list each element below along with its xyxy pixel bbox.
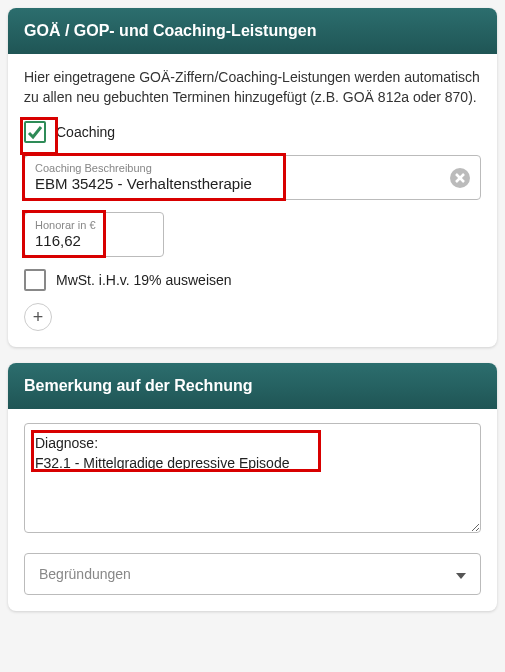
remark-card-title: Bemerkung auf der Rechnung [24,377,252,394]
coaching-description-label: Coaching Beschreibung [35,162,470,174]
remark-card: Bemerkung auf der Rechnung Begründungen [8,363,497,611]
svg-marker-2 [456,573,466,579]
mwst-checkbox-row: MwSt. i.H.v. 19% ausweisen [24,269,481,291]
goa-description: Hier eingetragene GOÄ-Ziffern/Coaching-L… [24,68,481,107]
coaching-checkbox[interactable] [24,121,46,143]
honorar-field[interactable]: Honorar in € [24,212,164,257]
chevron-down-icon [456,566,466,582]
remark-textarea[interactable] [24,423,481,533]
remark-card-header: Bemerkung auf der Rechnung [8,363,497,409]
reasons-select[interactable]: Begründungen [24,553,481,595]
clear-icon[interactable] [450,168,470,188]
coaching-checkbox-label: Coaching [56,124,115,140]
goa-card: GOÄ / GOP- und Coaching-Leistungen Hier … [8,8,497,347]
mwst-checkbox-label: MwSt. i.H.v. 19% ausweisen [56,272,232,288]
mwst-checkbox[interactable] [24,269,46,291]
remark-card-body: Begründungen [8,409,497,611]
coaching-description-input[interactable] [35,175,470,192]
coaching-description-field[interactable]: Coaching Beschreibung [24,155,481,200]
check-icon [27,124,43,140]
add-button[interactable]: + [24,303,52,331]
reasons-select-placeholder: Begründungen [39,566,131,582]
goa-card-body: Hier eingetragene GOÄ-Ziffern/Coaching-L… [8,54,497,347]
goa-card-title: GOÄ / GOP- und Coaching-Leistungen [24,22,316,39]
coaching-checkbox-row: Coaching [24,121,481,143]
honorar-label: Honorar in € [35,219,153,231]
plus-icon: + [33,307,44,328]
honorar-input[interactable] [35,232,153,249]
goa-card-header: GOÄ / GOP- und Coaching-Leistungen [8,8,497,54]
